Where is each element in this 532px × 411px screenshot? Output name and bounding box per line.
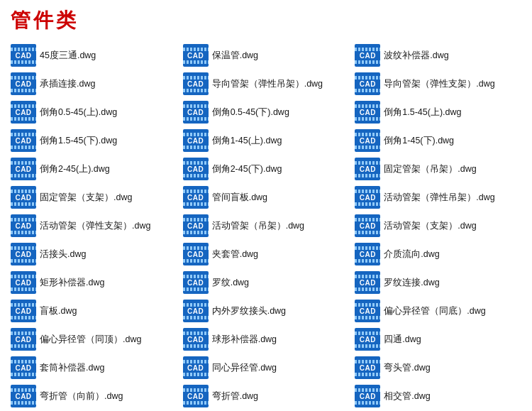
file-name: 弯折管.dwg: [212, 390, 258, 402]
file-name: 活动管架（支架）.dwg: [384, 220, 476, 232]
cad-icon: CAD: [355, 300, 380, 322]
list-item[interactable]: CAD 活动管架（弹性支架）.dwg: [11, 213, 177, 239]
list-item[interactable]: CAD 活接头.dwg: [11, 241, 177, 267]
list-item[interactable]: CAD 活动管架（支架）.dwg: [355, 213, 521, 239]
list-item[interactable]: CAD 导向管架（弹性支架）.dwg: [355, 71, 521, 97]
list-item[interactable]: CAD 夹套管.dwg: [183, 241, 350, 267]
list-item[interactable]: CAD 固定管架（吊架）.dwg: [355, 156, 521, 182]
cad-icon: CAD: [355, 158, 380, 180]
file-name: 固定管架（吊架）.dwg: [384, 163, 476, 175]
cad-icon: CAD: [11, 101, 36, 124]
list-item[interactable]: CAD 偏心异径管（同顶）.dwg: [11, 327, 177, 352]
file-name: 倒角2-45(上).dwg: [40, 163, 110, 175]
list-item[interactable]: CAD 活动管架（弹性吊架）.dwg: [355, 185, 521, 210]
cad-icon: CAD: [355, 186, 380, 209]
file-name: 介质流向.dwg: [384, 248, 439, 261]
cad-icon: CAD: [355, 356, 380, 379]
cad-icon: CAD: [11, 214, 36, 237]
list-item[interactable]: CAD 倒角2-45(上).dwg: [11, 156, 177, 182]
list-item[interactable]: CAD 波纹补偿器.dwg: [355, 43, 521, 68]
cad-icon: CAD: [11, 328, 36, 351]
file-name: 活动管架（吊架）.dwg: [212, 220, 304, 232]
list-item[interactable]: CAD 罗纹.dwg: [183, 270, 350, 295]
list-item[interactable]: CAD 盲板.dwg: [11, 298, 177, 324]
list-item[interactable]: CAD 矩形补偿器.dwg: [11, 270, 177, 295]
list-item[interactable]: CAD 导向管架（弹性吊架）.dwg: [183, 71, 350, 97]
file-name: 活动管架（弹性支架）.dwg: [40, 220, 150, 232]
file-name: 套筒补偿器.dwg: [40, 362, 104, 374]
list-item[interactable]: CAD 固定管架（支架）.dwg: [11, 185, 177, 210]
cad-icon: CAD: [183, 328, 209, 351]
cad-icon: CAD: [355, 129, 380, 152]
cad-icon: CAD: [183, 72, 209, 95]
cad-icon: CAD: [11, 356, 36, 379]
cad-icon: CAD: [355, 72, 380, 95]
list-item[interactable]: CAD 弯头管.dwg: [355, 355, 521, 380]
cad-icon: CAD: [11, 271, 36, 294]
list-item[interactable]: CAD 倒角1-45(下).dwg: [355, 128, 521, 153]
list-item[interactable]: CAD 45度三通.dwg: [11, 43, 177, 68]
page-title: 管件类: [11, 7, 521, 34]
file-name: 相交管.dwg: [384, 390, 430, 402]
list-item[interactable]: CAD 内外罗纹接头.dwg: [183, 298, 350, 324]
list-item[interactable]: CAD 偏心异径管（同底）.dwg: [355, 298, 521, 324]
file-name: 管间盲板.dwg: [212, 192, 267, 204]
file-name: 固定管架（支架）.dwg: [40, 192, 132, 204]
file-name: 偏心异径管（同顶）.dwg: [40, 334, 141, 346]
file-name: 保温管.dwg: [212, 50, 258, 62]
list-item[interactable]: CAD 承插连接.dwg: [11, 71, 177, 97]
list-item[interactable]: CAD 弯折管.dwg: [183, 383, 350, 409]
list-item[interactable]: CAD 管间盲板.dwg: [183, 185, 350, 210]
file-name: 矩形补偿器.dwg: [40, 277, 104, 289]
file-name: 罗纹连接.dwg: [384, 277, 439, 289]
cad-icon: CAD: [11, 243, 36, 265]
cad-icon: CAD: [11, 385, 36, 407]
file-name: 倒角0.5-45(下).dwg: [212, 106, 289, 119]
cad-icon: CAD: [11, 300, 36, 322]
list-item[interactable]: CAD 倒角1-45(上).dwg: [183, 128, 350, 153]
file-name: 倒角1-45(下).dwg: [384, 135, 454, 147]
file-name: 承插连接.dwg: [40, 78, 95, 90]
file-name: 活接头.dwg: [40, 248, 86, 261]
cad-icon: CAD: [355, 271, 380, 294]
cad-icon: CAD: [183, 129, 209, 152]
file-grid: CAD 45度三通.dwg CAD 保温管.dwg CAD 波纹补偿器.dwg …: [11, 43, 521, 411]
cad-icon: CAD: [355, 385, 380, 407]
cad-icon: CAD: [11, 72, 36, 95]
list-item[interactable]: CAD 同心异径管.dwg: [183, 355, 350, 380]
file-name: 倒角1-45(上).dwg: [212, 135, 282, 147]
cad-icon: CAD: [183, 300, 209, 322]
list-item[interactable]: CAD 保温管.dwg: [183, 43, 350, 68]
file-name: 夹套管.dwg: [212, 248, 258, 261]
cad-icon: CAD: [11, 44, 36, 67]
list-item[interactable]: CAD 倒角0.5-45(下).dwg: [183, 99, 350, 125]
file-name: 内外罗纹接头.dwg: [212, 305, 286, 317]
cad-icon: CAD: [183, 158, 209, 180]
cad-icon: CAD: [355, 101, 380, 124]
cad-icon: CAD: [355, 243, 380, 265]
list-item[interactable]: CAD 介质流向.dwg: [355, 241, 521, 267]
list-item[interactable]: CAD 球形补偿器.dwg: [183, 327, 350, 352]
cad-icon: CAD: [183, 101, 209, 124]
file-name: 倒角0.5-45(上).dwg: [40, 106, 117, 119]
list-item[interactable]: CAD 倒角1.5-45(上).dwg: [355, 99, 521, 125]
file-name: 倒角2-45(下).dwg: [212, 163, 282, 175]
file-name: 波纹补偿器.dwg: [384, 50, 448, 62]
cad-icon: CAD: [355, 44, 380, 67]
list-item[interactable]: CAD 相交管.dwg: [355, 383, 521, 409]
cad-icon: CAD: [183, 186, 209, 209]
file-name: 弯折管（向前）.dwg: [40, 390, 123, 402]
list-item[interactable]: CAD 倒角1.5-45(下).dwg: [11, 128, 177, 153]
list-item[interactable]: CAD 倒角0.5-45(上).dwg: [11, 99, 177, 125]
list-item[interactable]: CAD 倒角2-45(下).dwg: [183, 156, 350, 182]
list-item[interactable]: CAD 罗纹连接.dwg: [355, 270, 521, 295]
file-name: 盲板.dwg: [40, 305, 77, 317]
list-item[interactable]: CAD 四通.dwg: [355, 327, 521, 352]
file-name: 罗纹.dwg: [212, 277, 249, 289]
file-name: 导向管架（弹性支架）.dwg: [384, 78, 494, 90]
list-item[interactable]: CAD 弯折管（向前）.dwg: [11, 383, 177, 409]
file-name: 同心异径管.dwg: [212, 362, 277, 374]
list-item[interactable]: CAD 活动管架（吊架）.dwg: [183, 213, 350, 239]
list-item[interactable]: CAD 套筒补偿器.dwg: [11, 355, 177, 380]
file-name: 四通.dwg: [384, 334, 421, 346]
